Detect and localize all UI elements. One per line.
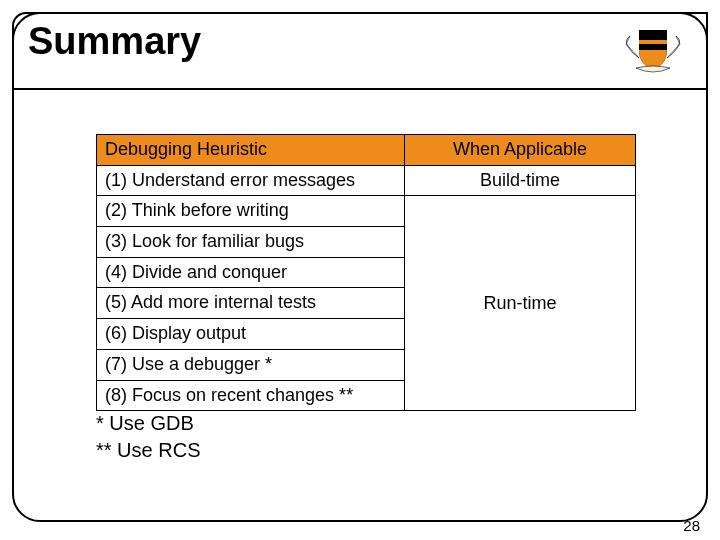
heuristic-cell: (3) Look for familiar bugs (97, 226, 404, 257)
footnote-2: ** Use RCS (96, 437, 200, 464)
header-heuristic: Debugging Heuristic (97, 135, 405, 165)
heuristic-cell: (6) Display output (97, 318, 404, 349)
heuristic-cell: (8) Focus on recent changes ** (97, 380, 404, 411)
when-cell: Build-time (405, 166, 635, 196)
slide-title: Summary (28, 20, 201, 63)
table-header-row: Debugging Heuristic When Applicable (97, 135, 635, 165)
princeton-crest-icon (622, 20, 684, 82)
heuristic-cell: (5) Add more internal tests (97, 287, 404, 318)
heuristic-cell: (2) Think before writing (97, 196, 404, 226)
header-when: When Applicable (405, 135, 635, 165)
heuristic-cell: (7) Use a debugger * (97, 349, 404, 380)
footnote-1: * Use GDB (96, 410, 200, 437)
table-row: (1) Understand error messages Build-time (97, 165, 635, 196)
page-number: 28 (683, 517, 700, 534)
footnotes: * Use GDB ** Use RCS (96, 410, 200, 464)
when-cell: Run-time (405, 196, 635, 410)
heuristics-table: Debugging Heuristic When Applicable (1) … (96, 134, 636, 411)
svg-rect-0 (639, 40, 667, 44)
heuristic-cell: (4) Divide and conquer (97, 257, 404, 288)
runtime-group: (2) Think before writing (3) Look for fa… (97, 195, 635, 410)
heuristic-cell: (1) Understand error messages (97, 166, 405, 196)
runtime-heuristics: (2) Think before writing (3) Look for fa… (97, 196, 405, 410)
